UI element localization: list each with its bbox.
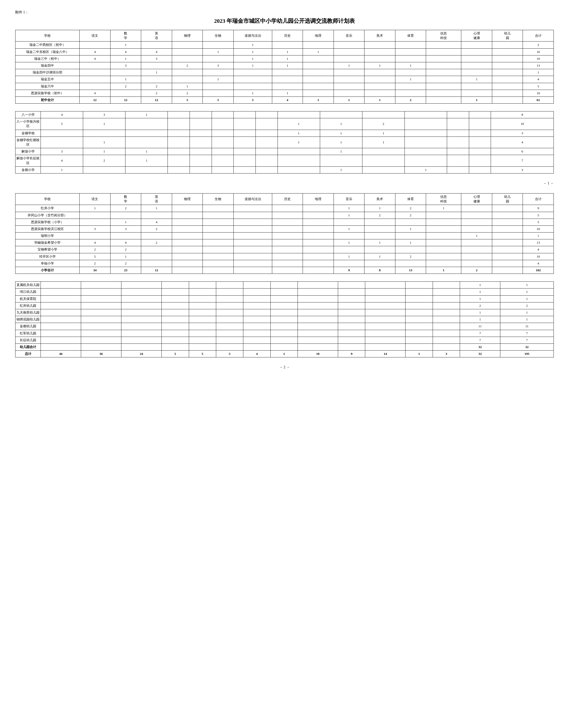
data-cell [303,239,334,246]
data-cell [234,148,256,155]
data-cell [492,76,523,83]
data-cell [203,219,234,225]
header-yinyue-2: 音乐 [334,193,365,205]
data-cell [303,246,334,253]
data-cell [365,289,406,295]
data-cell: 1 [334,225,365,232]
data-cell: 4 [523,260,554,267]
data-cell [298,309,338,316]
header-lishi: 历史 [272,30,303,42]
data-cell [270,289,298,295]
school-cell: 锦绣花园幼儿园 [15,316,41,323]
data-cell: 2 [141,225,172,232]
data-cell: 1 [110,253,141,260]
data-cell [41,309,81,316]
data-cell [338,289,365,295]
data-cell [365,343,406,350]
data-cell: 8 [491,111,554,118]
data-cell [203,90,234,97]
data-cell [172,212,203,219]
data-cell [298,289,338,295]
data-cell: 1 [233,48,272,55]
data-cell [255,166,277,173]
data-cell [365,246,395,253]
data-cell [189,130,212,137]
data-cell [189,330,216,337]
data-cell [233,225,272,232]
appendix-label: 附件 1： [15,10,554,15]
data-cell: 2 [141,83,172,90]
data-cell [203,69,234,76]
data-cell [365,260,395,267]
data-cell [121,330,162,337]
data-cell [277,111,320,118]
data-cell: 1 [320,118,362,130]
header-daode: 道德与法治 [233,30,272,42]
data-cell [162,343,189,350]
data-cell [168,137,190,148]
header-shuxue-2: 数学 [110,193,141,205]
data-cell: 5 [523,83,554,90]
data-cell: 5 [189,351,216,357]
header-dili-2: 地理 [303,193,334,205]
header-yinyue: 音乐 [334,30,365,42]
data-cell [298,337,338,343]
data-cell [298,302,338,309]
data-cell [492,219,523,225]
data-cell [334,42,365,48]
data-cell: 1 [460,289,500,295]
data-cell: 14 [365,351,406,357]
data-cell [433,302,460,309]
data-cell [189,282,216,289]
data-cell [395,69,426,76]
data-cell [162,316,189,323]
school-cell: 解放小学长征校区 [15,155,41,166]
data-cell [406,343,433,350]
data-cell [125,166,168,173]
school-cell: 机关保育院 [15,295,41,302]
data-cell [203,267,234,274]
data-cell [365,83,395,90]
data-cell: 2 [365,212,395,219]
data-cell [233,69,272,76]
data-cell: 2 [172,62,203,69]
data-cell [141,260,172,267]
data-cell [162,330,189,337]
data-cell [395,48,426,55]
data-cell: 1 [365,97,395,103]
data-cell [395,83,426,90]
data-cell: 5 [233,97,272,103]
data-cell: 2 [172,90,203,97]
data-cell: 3 [203,62,234,69]
data-cell: 1 [233,90,272,97]
data-cell [172,48,203,55]
data-cell [461,239,492,246]
data-cell [189,323,216,330]
data-cell [406,295,433,302]
data-cell [365,337,406,343]
data-cell [233,253,272,260]
school-cell: 九天御景幼儿园 [15,309,41,316]
data-cell [365,233,395,239]
data-cell [141,42,172,48]
header-shengwu-2: 生物 [203,193,234,205]
data-cell [492,90,523,97]
data-cell [338,302,365,309]
data-cell: 1 [460,295,500,302]
data-cell [303,267,334,274]
data-cell [492,233,523,239]
data-cell [362,155,405,166]
data-cell: 3 [110,62,141,69]
data-cell [303,260,334,267]
header-dili: 地理 [303,30,334,42]
data-cell [362,111,405,118]
data-cell [272,212,303,219]
school-cell: 瑞金二中西校区（初中） [15,42,80,48]
header-youer-2: 幼儿园 [492,193,523,205]
data-cell [168,148,190,155]
data-cell [492,55,523,62]
data-cell [234,130,256,137]
data-cell [298,343,338,350]
school-cell: 解放小学 [15,148,41,155]
data-cell: 3 [433,351,460,357]
